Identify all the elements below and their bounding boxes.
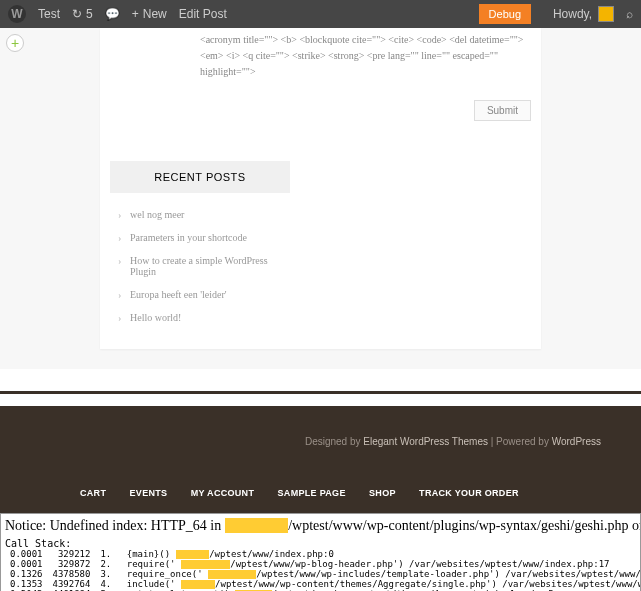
list-item[interactable]: Parameters in your shortcode: [130, 226, 541, 249]
site-name-link[interactable]: Test: [38, 7, 60, 21]
edit-post-link[interactable]: Edit Post: [179, 7, 227, 21]
callstack-table: 0.00013292121.{main}() /wptest/www/index…: [5, 549, 641, 591]
admin-toolbar: W Test ↻ 5 💬 + New Edit Post Debug Howdy…: [0, 0, 641, 28]
notice-suffix: /wptest/www/wp-content/plugins/wp-syntax…: [288, 518, 641, 533]
designed-by-label: Designed by: [305, 436, 363, 447]
redacted-path: [225, 518, 289, 533]
wp-logo-icon[interactable]: W: [8, 5, 26, 23]
callstack-label: Call Stack:: [5, 538, 636, 549]
main-content: <acronym title=""> <b> <blockquote cite=…: [0, 28, 641, 369]
redacted-segment: [181, 560, 230, 569]
redacted-segment: [208, 570, 256, 579]
allowed-tags-text: <acronym title=""> <b> <blockquote cite=…: [100, 32, 541, 100]
howdy-account[interactable]: Howdy, ⌕: [553, 6, 633, 22]
footer-credits: Designed by Elegant WordPress Themes | P…: [0, 406, 641, 477]
nav-shop[interactable]: SHOP: [369, 488, 396, 498]
nav-track[interactable]: TRACK YOUR ORDER: [419, 488, 519, 498]
submit-button[interactable]: Submit: [474, 100, 531, 121]
new-content-link[interactable]: + New: [132, 7, 167, 21]
list-item[interactable]: Hello world!: [130, 306, 541, 329]
list-item[interactable]: Europa heeft een 'leider': [130, 283, 541, 306]
add-circle-button[interactable]: +: [6, 34, 24, 52]
redacted-segment: [176, 550, 210, 559]
list-item[interactable]: How to create a simple WordPress Plugin: [130, 249, 280, 283]
refresh-item[interactable]: ↻ 5: [72, 7, 93, 21]
php-error-block: Notice: Undefined index: HTTP_64 in /wpt…: [0, 513, 641, 591]
themes-link[interactable]: Elegant WordPress Themes: [363, 436, 488, 447]
new-label: New: [143, 7, 167, 21]
wordpress-link[interactable]: WordPress: [552, 436, 601, 447]
error-notice: Notice: Undefined index: HTTP_64 in /wpt…: [5, 518, 636, 534]
stack-row: 0.135343927644.include(' /wptest/www/wp-…: [5, 579, 641, 589]
sep: | Powered by: [488, 436, 552, 447]
list-item[interactable]: wel nog meer: [130, 203, 541, 226]
comments-icon[interactable]: 💬: [105, 7, 120, 21]
avatar: [598, 6, 614, 22]
recent-posts-list: wel nog meer Parameters in your shortcod…: [110, 193, 541, 329]
refresh-count: 5: [86, 7, 93, 21]
nav-account[interactable]: MY ACCOUNT: [191, 488, 255, 498]
debug-button[interactable]: Debug: [479, 4, 531, 24]
nav-sample[interactable]: SAMPLE PAGE: [278, 488, 346, 498]
recent-posts-header: RECENT POSTS: [110, 161, 290, 193]
footer: Designed by Elegant WordPress Themes | P…: [0, 406, 641, 513]
howdy-label: Howdy,: [553, 7, 592, 21]
nav-events[interactable]: EVENTS: [130, 488, 168, 498]
notice-prefix: Notice: Undefined index: HTTP_64 in: [5, 518, 225, 533]
stack-row: 0.00013298722.require(' /wptest/www/wp-b…: [5, 559, 641, 569]
redacted-segment: [181, 580, 215, 589]
stack-row: 0.00013292121.{main}() /wptest/www/index…: [5, 549, 641, 559]
stack-row: 0.132643785803.require_once(' /wptest/ww…: [5, 569, 641, 579]
footer-nav: CART EVENTS MY ACCOUNT SAMPLE PAGE SHOP …: [0, 477, 641, 513]
nav-cart[interactable]: CART: [80, 488, 106, 498]
search-icon[interactable]: ⌕: [626, 7, 633, 21]
